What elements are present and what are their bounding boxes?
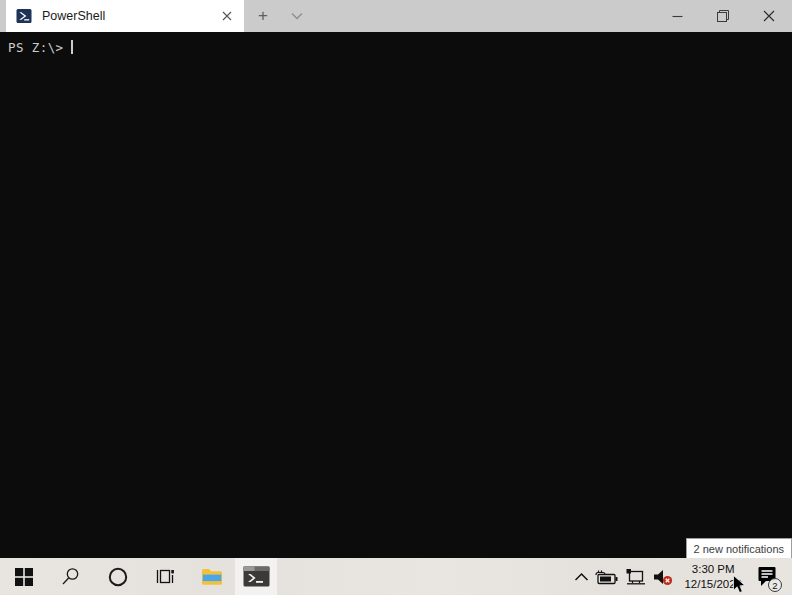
minimize-button[interactable] — [654, 0, 700, 32]
minimize-dash-icon — [672, 11, 683, 22]
desktop-screen: PowerShell + PS Z:\> — [0, 0, 792, 595]
action-center-button[interactable]: 2 — [752, 558, 782, 595]
volume-muted-icon — [652, 568, 674, 586]
search-button[interactable] — [47, 558, 94, 595]
network-ethernet-icon — [625, 568, 646, 586]
titlebar-drag-area[interactable] — [314, 0, 654, 32]
notification-tooltip: 2 new notifications — [686, 538, 792, 559]
plus-icon: + — [258, 6, 268, 26]
folder-icon — [201, 567, 223, 586]
task-view-icon — [155, 567, 175, 586]
chevron-down-icon — [291, 12, 303, 20]
clock-time: 3:30 PM — [692, 562, 735, 577]
cortana-button[interactable] — [94, 558, 141, 595]
tab-powershell[interactable]: PowerShell — [6, 0, 244, 32]
clock-date: 12/15/2020 — [684, 577, 742, 592]
windows-terminal-button[interactable] — [235, 558, 277, 595]
close-x-icon — [763, 10, 775, 22]
terminal-tabbar: PowerShell + — [0, 0, 792, 32]
circle-icon — [108, 567, 128, 587]
notification-badge: 2 — [768, 578, 782, 592]
volume-tray-icon[interactable] — [652, 568, 674, 586]
taskbar: 3:30 PM 12/15/2020 2 — [0, 558, 792, 595]
shell-prompt: PS Z:\> — [8, 40, 63, 55]
tab-close-icon[interactable] — [218, 7, 236, 25]
close-button[interactable] — [746, 0, 792, 32]
tab-title: PowerShell — [42, 9, 218, 23]
powershell-icon — [16, 8, 32, 24]
new-tab-button[interactable]: + — [246, 0, 280, 32]
tab-dropdown-button[interactable] — [280, 0, 314, 32]
battery-tray-icon[interactable] — [595, 568, 619, 586]
hidden-icons-button[interactable] — [574, 572, 589, 582]
restore-squares-icon — [717, 10, 729, 22]
task-view-button[interactable] — [141, 558, 188, 595]
network-tray-icon[interactable] — [625, 568, 646, 586]
restore-button[interactable] — [700, 0, 746, 32]
taskbar-clock[interactable]: 3:30 PM 12/15/2020 — [680, 562, 746, 591]
terminal-icon — [243, 566, 270, 587]
windows-logo-icon — [15, 568, 33, 586]
battery-charging-icon — [595, 568, 619, 586]
search-icon — [61, 567, 80, 586]
system-tray: 3:30 PM 12/15/2020 2 — [574, 558, 792, 595]
prompt-line: PS Z:\> — [8, 39, 792, 55]
chevron-up-icon — [574, 572, 589, 582]
terminal-cursor — [71, 40, 73, 54]
file-explorer-button[interactable] — [188, 558, 235, 595]
terminal-content[interactable]: PS Z:\> — [0, 32, 792, 558]
start-button[interactable] — [0, 558, 47, 595]
